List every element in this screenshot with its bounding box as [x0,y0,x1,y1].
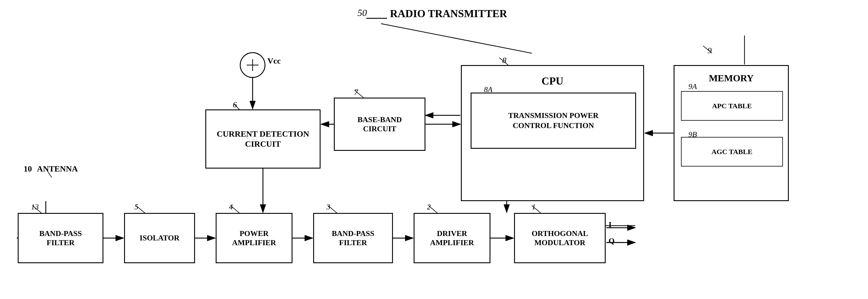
ref-4: 4 [229,202,233,212]
baseband-label: BASE-BAND CIRCUIT [358,115,402,133]
ref-9b: 9B [688,130,697,139]
transmission-power-block: TRANSMISSION POWER CONTROL FUNCTION [471,92,636,149]
baseband-block: BASE-BAND CIRCUIT [334,98,426,151]
driver-amplifier-label: DRIVER AMPLIFIER [430,229,474,247]
input-i-label: I [609,220,612,229]
ref-8: 8 [502,56,506,65]
power-amplifier-block: POWER AMPLIFIER [216,213,292,263]
apc-table-block: APC TABLE [681,91,783,121]
antenna-label: ANTENNA [37,164,78,173]
transmission-power-label: TRANSMISSION POWER CONTROL FUNCTION [508,111,598,131]
ref-8a: 8A [484,85,493,94]
ref-13: 13 [31,202,39,212]
band-pass-filter-3-label: BAND-PASS FILTER [332,229,374,247]
current-detection-block: CURRENT DETECTION CIRCUIT [205,109,320,169]
ref-9a: 9A [688,82,697,91]
agc-table-block: AGC TABLE [681,137,783,166]
ref-6: 6 [233,100,237,109]
ref-5: 5 [134,202,138,212]
current-detection-label: CURRENT DETECTION CIRCUIT [217,129,309,149]
band-pass-filter-13-label: BAND-PASS FILTER [39,229,82,247]
ref-9: 9 [708,46,712,55]
isolator-block: ISOLATOR [124,213,195,263]
input-q-label: Q [609,237,615,245]
svg-point-35 [240,53,265,78]
ref-2: 2 [427,202,431,212]
ref-3: 3 [327,202,330,212]
ref-1: 1 [532,202,536,212]
orthogonal-modulator-label: ORTHOGONAL MODULATOR [531,229,588,247]
ref-7: 7 [354,87,358,97]
title: RADIO TRANSMITTER [390,7,507,20]
orthogonal-modulator-block: ORTHOGONAL MODULATOR [514,213,606,263]
svg-line-3 [381,24,532,53]
band-pass-filter-13-block: BAND-PASS FILTER [18,213,103,263]
agc-table-label: AGC TABLE [711,147,752,156]
vcc-label: Vcc [267,56,281,66]
power-amplifier-label: POWER AMPLIFIER [232,229,276,247]
ref-50: 50 [358,7,367,18]
apc-table-label: APC TABLE [712,102,752,110]
antenna-ref-label: 10 [24,164,32,173]
band-pass-filter-3-block: BAND-PASS FILTER [313,213,393,263]
isolator-label: ISOLATOR [140,233,180,243]
driver-amplifier-block: DRIVER AMPLIFIER [414,213,490,263]
